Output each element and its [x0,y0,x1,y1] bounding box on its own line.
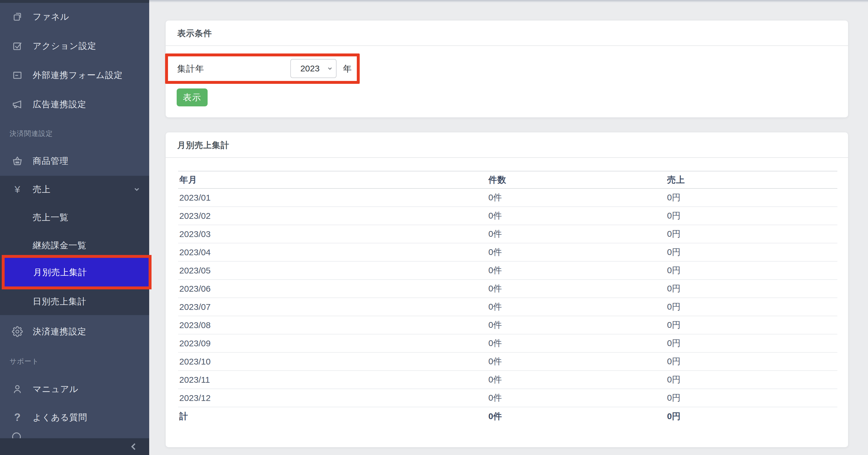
month-cell: 2023/11 [178,370,487,389]
sales-cell: 0円 [666,261,837,280]
sidebar-item-funnel[interactable]: ファネル [0,3,149,31]
count-cell: 0件 [487,189,666,207]
column-header-count: 件数 [487,171,666,189]
count-cell: 0件 [487,389,666,407]
month-cell: 2023/05 [178,261,487,280]
count-cell: 0件 [487,334,666,352]
count-cell: 0件 [487,370,666,389]
month-cell: 2023/02 [178,207,487,225]
column-header-month: 年月 [178,171,487,189]
checkbox-check-icon [11,32,24,60]
basket-icon [11,147,24,175]
table-row: 2023/010件0円 [178,189,837,207]
chevron-down-icon [133,175,141,203]
sidebar-item-label: 商品管理 [33,147,68,175]
column-header-sales: 売上 [666,171,837,189]
sidebar-collapse-button[interactable] [127,440,141,453]
sidebar-item-manual[interactable]: マニュアル [0,375,149,403]
sidebar-item-label: 月別売上集計 [33,258,87,287]
count-cell: 0件 [487,280,666,298]
sidebar-item-product-management[interactable]: 商品管理 [0,147,149,175]
total-count-cell: 0件 [487,407,666,425]
sidebar-footer [0,438,149,455]
month-cell: 2023/08 [178,316,487,334]
month-cell: 2023/10 [178,352,487,370]
count-cell: 0件 [487,316,666,334]
question-icon: ? [11,403,24,431]
top-shadow [149,0,868,3]
sidebar-item-label: 売上 [33,175,51,203]
monthly-sales-card: 月別売上集計 年月 件数 売上 2023/010件0円2023/020件0円20… [166,132,848,447]
count-cell: 0件 [487,352,666,370]
show-button[interactable]: 表示 [177,89,208,106]
filter-card: 表示条件 集計年 2023 年 表示 [166,21,848,117]
sidebar-item-faq[interactable]: ? よくある質問 [0,403,149,431]
divider [166,157,848,158]
table-row: 2023/020件0円 [178,207,837,225]
sales-cell: 0円 [666,334,837,352]
table-row: 2023/030件0円 [178,225,837,243]
copy-icon [11,3,24,31]
count-cell: 0件 [487,225,666,243]
total-sales-cell: 0円 [666,407,837,425]
table-row: 2023/120件0円 [178,389,837,407]
monthly-sales-card-title: 月別売上集計 [177,132,229,157]
sidebar-item-sales[interactable]: ¥ 売上 [0,175,149,203]
sales-cell: 0円 [666,189,837,207]
sales-cell: 0円 [666,280,837,298]
table-row: 2023/060件0円 [178,280,837,298]
sidebar-item-daily-sales-summary[interactable]: 日別売上集計 [0,287,149,315]
monthly-sales-table: 年月 件数 売上 2023/010件0円2023/020件0円2023/030件… [178,171,837,425]
sidebar-item-ad-settings[interactable]: 広告連携設定 [0,90,149,118]
sidebar-item-label: マニュアル [33,375,79,403]
select-chevron-icon [327,65,333,73]
sidebar-item-label: アクション設定 [33,32,97,60]
table-row: 2023/110件0円 [178,370,837,389]
month-cell: 2023/12 [178,389,487,407]
table-row: 2023/050件0円 [178,261,837,280]
year-unit-label: 年 [343,56,351,81]
aggregation-year-label: 集計年 [177,56,204,81]
sidebar-item-external-form-settings[interactable]: 外部連携フォーム設定 [0,61,149,89]
sales-cell: 0円 [666,316,837,334]
sales-cell: 0円 [666,298,837,316]
month-cell: 2023/03 [178,225,487,243]
user-icon [11,375,24,403]
table-total-row: 計 0件 0円 [178,407,837,425]
month-cell: 2023/04 [178,243,487,261]
sidebar-item-action-settings[interactable]: アクション設定 [0,32,149,60]
sales-cell: 0円 [666,370,837,389]
sidebar-item-sales-list[interactable]: 売上一覧 [0,203,149,231]
monthly-table-body: 2023/010件0円2023/020件0円2023/030件0円2023/04… [178,189,837,407]
year-select[interactable]: 2023 [290,59,337,78]
sidebar-item-label: よくある質問 [33,403,87,431]
count-cell: 0件 [487,298,666,316]
sales-cell: 0円 [666,207,837,225]
table-header-row: 年月 件数 売上 [178,171,837,189]
sales-cell: 0円 [666,352,837,370]
divider [166,45,848,46]
table-row: 2023/080件0円 [178,316,837,334]
month-cell: 2023/01 [178,189,487,207]
sidebar-item-label: 売上一覧 [33,203,68,231]
sidebar-item-label: ファネル [33,3,69,31]
month-cell: 2023/06 [178,280,487,298]
sales-cell: 0円 [666,243,837,261]
table-row: 2023/040件0円 [178,243,837,261]
month-cell: 2023/07 [178,298,487,316]
table-row: 2023/090件0円 [178,334,837,352]
sidebar-item-label: 外部連携フォーム設定 [33,61,123,89]
count-cell: 0件 [487,261,666,280]
sidebar-item-monthly-sales-summary-selected[interactable]: 月別売上集計 [2,255,152,289]
month-cell: 2023/09 [178,334,487,352]
aggregation-year-annotation-box: 集計年 2023 年 [165,54,360,84]
gear-icon [11,317,24,346]
sidebar-item-label: 広告連携設定 [33,90,87,118]
megaphone-icon [11,90,24,118]
total-label-cell: 計 [178,407,487,425]
sales-cell: 0円 [666,389,837,407]
sidebar-item-label: 日別売上集計 [33,287,87,315]
sidebar-item-payment-integration-settings[interactable]: 決済連携設定 [0,317,149,346]
sidebar-section-support: サポート [9,355,140,368]
sidebar-section-payment: 決済関連設定 [9,127,140,140]
